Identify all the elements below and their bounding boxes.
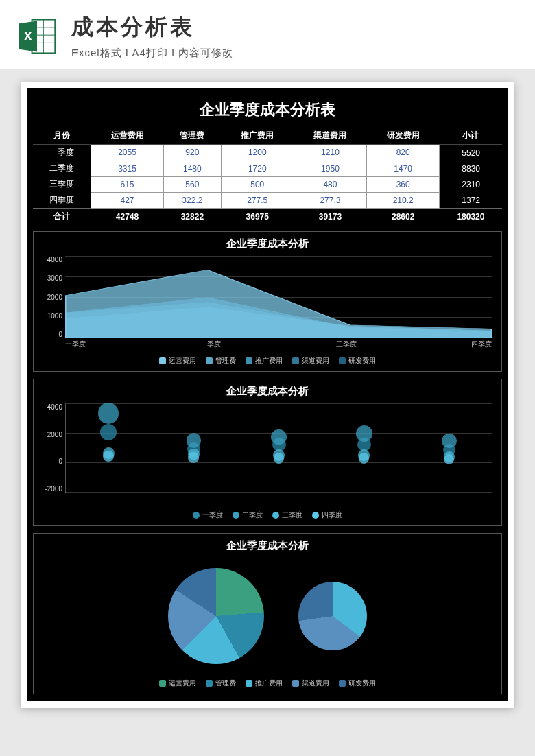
legend-item: 推广费用 [246,678,283,688]
pie-disc [298,582,367,650]
total-cell: 28602 [367,209,440,225]
data-cell: 1720 [221,161,294,176]
bubble-chart: 企业季度成本分析 400020000-2000 一季度二季度三季度四季度 [33,379,502,526]
row-subtotal: 1372 [440,192,502,209]
row-subtotal: 2310 [440,176,502,192]
data-cell: 210.2 [367,192,440,209]
legend-item: 三季度 [272,510,302,520]
data-cell: 3315 [91,161,163,176]
area-chart-title: 企业季度成本分析 [38,237,497,250]
col-channel: 渠道费用 [294,127,366,145]
main-title: 成本分析表 [71,12,519,43]
legend-item: 一季度 [193,510,223,520]
data-cell: 427 [91,192,163,209]
pie-legend: 运营费用管理费推广费用渠道费用研发费用 [38,678,497,688]
pie-chart-title: 企业季度成本分析 [38,539,497,552]
row-subtotal: 5520 [440,145,502,161]
spreadsheet-content: 企业季度成本分析表 月份 运营费用 管理费 推广费用 渠道费用 研发费用 小计 … [27,88,508,701]
pie-chart: 企业季度成本分析 运营费用管理费推广费用渠道费用研发费用 [33,533,502,694]
legend-item: 管理费 [206,678,236,688]
data-cell: 277.3 [294,192,366,209]
total-cell: 42748 [91,209,163,225]
table-row: 一季度2055920120012108205520 [33,145,502,161]
total-cell: 36975 [221,209,294,225]
grand-total: 180320 [440,209,502,225]
col-ops: 运营费用 [91,127,163,145]
data-cell: 1950 [294,161,366,176]
legend-item: 研发费用 [339,678,376,688]
table-row: 三季度6155605004803602310 [33,176,502,192]
data-cell: 277.5 [221,192,294,209]
row-subtotal: 8830 [440,161,502,176]
data-cell: 480 [294,176,366,192]
data-cell: 920 [164,145,221,161]
legend-item: 渠道费用 [292,356,329,366]
legend-item: 渠道费用 [292,678,329,688]
cost-table: 月份 运营费用 管理费 推广费用 渠道费用 研发费用 小计 一季度2055920… [33,127,502,224]
bubble-chart-title: 企业季度成本分析 [38,385,497,398]
data-cell: 1210 [294,145,366,161]
document-page: 企业季度成本分析表 月份 运营费用 管理费 推广费用 渠道费用 研发费用 小计 … [21,82,514,708]
legend-item: 推广费用 [246,356,283,366]
data-cell: 500 [221,176,294,192]
col-promo: 推广费用 [221,127,294,145]
row-label: 四季度 [33,192,91,209]
data-cell: 322.2 [164,192,221,209]
total-row: 合计4274832822369753917328602180320 [33,209,502,225]
total-cell: 32822 [164,209,221,225]
legend-item: 四季度 [312,510,342,520]
data-cell: 615 [91,176,163,192]
area-chart: 企业季度成本分析 40003000200010000 一季度二季度三季度四季度 … [33,231,502,372]
legend-item: 研发费用 [339,356,376,366]
bubble-legend: 一季度二季度三季度四季度 [38,510,497,520]
page-container: 企业季度成本分析表 月份 运营费用 管理费 推广费用 渠道费用 研发费用 小计 … [0,69,535,720]
table-row: 四季度427322.2277.5277.3210.21372 [33,192,502,209]
table-header-row: 月份 运营费用 管理费 推广费用 渠道费用 研发费用 小计 [33,127,502,145]
data-cell: 820 [367,145,440,161]
excel-icon: X [16,16,58,57]
legend-item: 管理费 [206,356,236,366]
legend-item: 二季度 [233,510,263,520]
row-label: 一季度 [33,145,91,161]
area-legend: 运营费用管理费推广费用渠道费用研发费用 [38,356,497,366]
table-row: 二季度331514801720195014708830 [33,161,502,176]
legend-item: 运营费用 [159,356,196,366]
data-cell: 2055 [91,145,163,161]
col-rd: 研发费用 [367,127,440,145]
data-cell: 1200 [221,145,294,161]
data-cell: 360 [367,176,440,192]
col-mgmt: 管理费 [164,127,221,145]
header-text-block: 成本分析表 Excel格式 I A4打印 I 内容可修改 [71,12,519,60]
svg-text:X: X [24,28,33,43]
col-month: 月份 [33,127,91,145]
total-label: 合计 [33,209,91,225]
bubble-chart-plot: 400020000-2000 [38,403,497,506]
pie-disc [168,568,264,664]
subtitle: Excel格式 I A4打印 I 内容可修改 [71,47,519,60]
data-cell: 1480 [164,161,221,176]
pie-chart-plot [38,558,497,674]
data-cell: 560 [164,176,221,192]
page-header: X 成本分析表 Excel格式 I A4打印 I 内容可修改 [0,0,535,69]
row-label: 三季度 [33,176,91,192]
table-title: 企业季度成本分析表 [33,95,502,127]
area-chart-plot: 40003000200010000 一季度二季度三季度四季度 [38,256,497,352]
col-subtotal: 小计 [440,127,502,145]
total-cell: 39173 [294,209,366,225]
row-label: 二季度 [33,161,91,176]
legend-item: 运营费用 [159,678,196,688]
data-cell: 1470 [367,161,440,176]
